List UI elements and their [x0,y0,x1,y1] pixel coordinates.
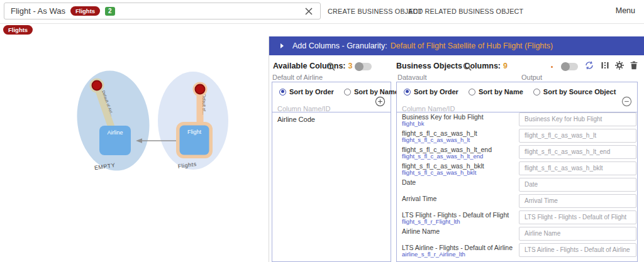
datavault-column-id: flight_bk [402,121,516,127]
output-column-input[interactable]: Arrival Time [519,194,636,208]
datavault-column-cell[interactable]: LTS Airline - Flights - Default of Airli… [402,244,516,258]
output-columns-toggle[interactable] [561,62,578,71]
business-object-row: Business Key for Hub Flight flight_bk Bu… [397,112,637,128]
datavault-column-id: flight_s_fl_c_as_was_h_lt [402,137,516,143]
output-column-input[interactable]: Airline Name [519,227,636,241]
output-column-input[interactable]: LTS Airline - Flights - Default of Airli… [519,243,636,257]
business-objects-columns-label: Business Objects Columns:9 [396,62,508,70]
menu-button[interactable]: Menu [616,6,635,15]
business-object-row: flight_s_fl_c_as_was_h_lt flight_s_fl_c_… [397,128,637,145]
add-columns-header[interactable]: Add Columns - Granularity: Default of Fl… [269,36,644,55]
available-columns-box: Sort by Order Sort by Name Column Name/I… [272,82,391,262]
remove-column-icon[interactable] [621,96,632,107]
available-columns-toggle[interactable] [355,62,372,71]
output-column-cell: flight_s_fl_c_as_was_h_lt_end [519,145,636,159]
output-column-input[interactable]: LTS Flight - Flights - Default of Flight [519,210,636,224]
tab-count-badge: 2 [105,7,115,16]
output-column-input[interactable]: flight_s_fl_c_as_was_h_lt [519,129,636,143]
output-column-input[interactable]: Date [519,178,636,192]
datavault-column-id: flight_s_fl_c_as_was_h_lt_end [402,153,516,160]
available-columns-count: 3 [348,62,353,70]
sort-by-name-radio[interactable]: Sort by Name [469,88,523,96]
business-object-rows: Business Key for Hub Flight flight_bk Bu… [397,112,637,259]
datavault-column-cell[interactable]: Arrival Time [402,195,516,202]
refresh-icon[interactable] [584,60,594,70]
datavault-column-name: Arrival Time [402,195,516,202]
object-tab[interactable]: Flight - As Was Flights 2 [4,3,321,19]
datavault-column-cell[interactable]: LTS Flight - Flights - Default of Flight… [402,212,516,225]
business-object-row: LTS Flight - Flights - Default of Flight… [397,210,637,226]
sort-by-order-radio[interactable]: Sort by Order [279,88,334,96]
output-column-cell: flight_s_fl_c_as_was_h_bklt [519,161,636,175]
datavault-column-cell[interactable]: flight_s_fl_c_as_was_h_bklt flight_s_fl_… [402,163,516,176]
datavault-column-id: flight_s_fl_r_Flight_lth [402,219,516,225]
model-diagram: Default of Airl... Default of... Airline… [0,24,267,262]
flight-node-label: Flight [187,129,202,135]
tab-source-badge: Flights [70,6,100,16]
search-available-icon[interactable] [326,62,336,72]
top-bar: Flight - As Was Flights 2 CREATE BUSINES… [0,0,644,24]
business-object-row: flight_s_fl_c_as_was_h_bklt flight_s_fl_… [397,161,637,177]
insert-columns-icon[interactable] [600,60,610,70]
business-objects-columns-box: Sort by Order Sort by Name Sort by Sourc… [396,82,638,262]
output-column-input[interactable]: flight_s_fl_c_as_was_h_lt_end [519,145,636,159]
output-column-cell: Airline Name [519,227,636,241]
airline-hub-node[interactable]: Airline [99,126,131,155]
datavault-column-cell[interactable]: Airline Name [402,228,516,235]
left-source-area [70,66,155,175]
output-column-cell: LTS Flight - Flights - Default of Flight [519,210,636,224]
airline-satellite-node[interactable] [92,81,102,90]
available-column-item[interactable]: Airline Code [277,116,315,123]
datavault-column-id: airline_s_fl_r_Airline_lth [402,251,516,258]
flight-satellite-node[interactable] [196,85,205,94]
sort-by-order-radio[interactable]: Sort by Order [404,88,458,96]
business-object-row: flight_s_fl_c_as_was_h_lt_end flight_s_f… [397,145,637,161]
box-divider [272,112,391,112]
granularity-value: Default of Flight Satellite of Hub Fligh… [391,41,553,50]
output-column-cell: flight_s_fl_c_as_was_h_lt [519,129,636,143]
close-icon[interactable] [304,6,314,16]
output-column-input[interactable]: flight_s_fl_c_as_was_h_bklt [519,161,636,175]
flight-satellite-label: Default of... [202,94,206,114]
datavault-column-name: Date [402,179,516,186]
app-window: Flight - As Was Flights 2 CREATE BUSINES… [0,0,644,262]
add-columns-title: Add Columns - Granularity: [292,41,387,50]
business-objects-columns-count: 9 [503,62,508,70]
add-related-business-object-button[interactable]: ADD RELATED BUSINESS OBJECT [408,8,523,15]
available-sort-row: Sort by Order Sort by Name [272,82,391,96]
radio-selected-icon [279,89,286,96]
output-column-cell: Business Key for Hub Flight [519,112,636,126]
sort-by-name-radio[interactable]: Sort by Name [344,88,399,96]
notification-dot [551,66,553,68]
available-columns-label: Available Columns:3 [273,62,353,70]
tab-title: Flight - As Was [11,6,65,16]
output-column-cell: LTS Airline - Flights - Default of Airli… [519,243,636,257]
search-business-icon[interactable] [462,62,472,72]
datavault-column-name: Airline Name [402,228,516,235]
output-column-input[interactable]: Business Key for Hub Flight [519,112,636,126]
panel-divider [269,36,269,262]
datavault-column-cell[interactable]: flight_s_fl_c_as_was_h_lt flight_s_fl_c_… [402,130,516,143]
output-column-cell: Arrival Time [519,194,636,208]
settings-gear-icon[interactable] [614,60,625,70]
flight-hub-node[interactable]: Flight [176,122,213,158]
business-sort-row: Sort by Order Sort by Name Sort by Sourc… [397,82,637,96]
add-column-icon[interactable] [375,96,386,107]
radio-unselected-icon [469,89,475,96]
sort-by-source-object-radio[interactable]: Sort by Source Object [533,88,616,96]
radio-unselected-icon [344,89,351,96]
airline-node-label: Airline [107,129,123,136]
collapse-arrow-icon [280,43,284,48]
datavault-column-cell[interactable]: Business Key for Hub Flight flight_bk [402,114,516,127]
datavault-column-label: Datavault [397,74,426,81]
business-object-row: Airline Name Airline Name [397,226,637,243]
output-column-cell: Date [519,178,636,192]
datavault-column-cell[interactable]: Date [402,179,516,186]
trash-icon[interactable] [629,60,639,70]
available-group-label: Default of Airline [272,74,323,81]
output-column-label: Output [521,74,542,81]
datavault-column-id: flight_s_fl_c_as_was_h_bklt [402,170,516,176]
business-object-row: LTS Airline - Flights - Default of Airli… [397,243,637,259]
radio-selected-icon [404,89,411,96]
datavault-column-cell[interactable]: flight_s_fl_c_as_was_h_lt_end flight_s_f… [402,146,516,160]
